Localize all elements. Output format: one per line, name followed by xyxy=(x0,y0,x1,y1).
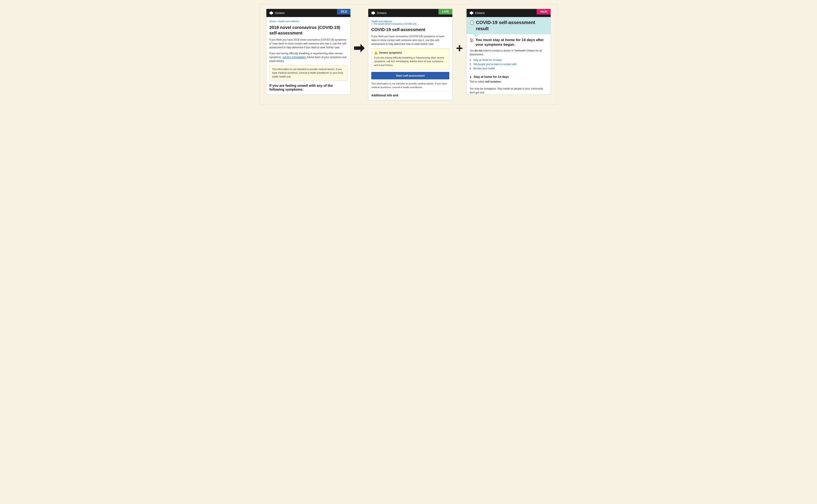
old-badge: OLD xyxy=(337,9,351,14)
next-panel: Ontario NeXt 📋 COVID-19 self-assessment … xyxy=(466,9,551,95)
old-breadcrumb: Home > Health and wellness xyxy=(269,20,347,23)
section1-body2: You may be contagious. Stay inside so pe… xyxy=(470,87,548,94)
list-item-link-2[interactable]: Tell people you've been in contact with xyxy=(473,63,517,66)
severe-symptoms-box: ! Severe symptoms If you are having diff… xyxy=(371,49,449,69)
warning-triangle-icon: ! xyxy=(374,51,378,55)
arrow-connector xyxy=(351,44,368,52)
additional-info-title: Additional info and xyxy=(371,91,449,97)
ontario-text-old: Ontario xyxy=(275,11,285,15)
section1-body1-post: . xyxy=(501,80,501,83)
section1-title: 1. Stay at home for 14 days xyxy=(470,75,548,79)
stay-home-heading: 🏠 You must stay at home for 14 days afte… xyxy=(470,38,548,47)
live-breadcrumb-sub: > The Novel 2019 Coronavirus (COVID-19) xyxy=(371,23,449,25)
live-page-title: COVID-19 self-assessment xyxy=(371,27,449,32)
old-panel-body: Home > Health and wellness 2019 novel co… xyxy=(266,17,350,94)
breadcrumb-home-link[interactable]: Home xyxy=(269,20,276,23)
old-intro1: If you think you have 2019 novel coronav… xyxy=(269,38,347,49)
section1-title-text: Stay at home for 14 days xyxy=(474,75,509,79)
next-steps-list: 1. Stay at home for 14 days 2. Tell peop… xyxy=(470,59,548,70)
ontario-text-next: Ontario xyxy=(475,11,485,15)
next-header-bar-wrapper: 📋 COVID-19 self-assessment result xyxy=(467,17,551,34)
old-panel-header: Ontario OLD xyxy=(266,9,350,17)
section1-body1-pre: This is called xyxy=(470,80,485,83)
plus-sign-icon: + xyxy=(456,42,463,54)
next-page-title: COVID-19 self-assessment result xyxy=(476,20,548,32)
old-panel: Ontario OLD Home > Health and wellness 2… xyxy=(266,9,351,95)
list-item-link-3[interactable]: Monitor your health xyxy=(473,67,495,70)
list-item-link-1[interactable]: Stay at home for 14 days xyxy=(473,59,501,61)
list-item: 1. Stay at home for 14 days xyxy=(470,59,548,61)
house-icon: 🏠 xyxy=(470,38,474,42)
live-breadcrumb-sub-link[interactable]: The Novel 2019 Coronavirus (COVID-19) xyxy=(374,23,416,25)
stay-home-body-pre: You xyxy=(470,49,475,52)
live-panel-body: Health and wellness > The Novel 2019 Cor… xyxy=(368,17,452,100)
old-yellow-box: This information is not intended to prov… xyxy=(269,65,347,81)
live-breadcrumb-section[interactable]: Health and wellness xyxy=(371,20,392,23)
trillium-icon-live xyxy=(371,11,376,15)
list-item-num: 2. xyxy=(470,63,472,66)
start-assessment-button[interactable]: Start self-assessment xyxy=(371,72,449,79)
stay-home-body-bold: do not xyxy=(474,49,482,52)
list-item-num: 3. xyxy=(470,67,472,70)
live-panel-header: Ontario LIVE xyxy=(368,9,452,17)
old-intro2-link[interactable]: call 911 immediately. xyxy=(282,56,306,59)
ontario-logo-old: Ontario xyxy=(269,11,285,15)
section1-num: 1. xyxy=(470,75,472,79)
old-section-title: If you are feeling unwell with any of th… xyxy=(269,84,347,91)
ontario-logo-live: Ontario xyxy=(371,11,387,15)
old-intro2: If you are having difficulty breathing o… xyxy=(269,51,347,63)
section-stay-home: 1. Stay at home for 14 days This is call… xyxy=(467,75,551,94)
stay-home-body: You do not need to contact a doctor or T… xyxy=(470,49,548,56)
live-panel: Ontario LIVE Health and wellness > The N… xyxy=(368,9,453,100)
next-badge: NeXt xyxy=(537,9,551,14)
severe-body: If you are having difficulty breathing o… xyxy=(374,56,447,67)
svg-text:!: ! xyxy=(376,52,376,54)
clipboard-icon: 📋 xyxy=(470,20,474,25)
breadcrumb-section-link[interactable]: Health and wellness xyxy=(278,20,299,23)
list-item: 3. Monitor your health xyxy=(470,67,548,70)
severe-title: Severe symptoms xyxy=(379,51,402,54)
stay-home-title: You must stay at home for 14 days after … xyxy=(476,38,548,47)
old-page-title: 2019 novel coronavirus (COVID-19) self-a… xyxy=(269,25,347,36)
trillium-icon-old xyxy=(269,11,274,15)
breadcrumb-separator: > xyxy=(276,20,278,23)
trillium-icon-next xyxy=(469,11,474,15)
live-breadcrumb: Health and wellness > The Novel 2019 Cor… xyxy=(371,20,449,25)
next-header-bar: 📋 COVID-19 self-assessment result xyxy=(467,17,551,34)
severe-box-header: ! Severe symptoms xyxy=(374,51,447,55)
section1-body1: This is called self-isolation. xyxy=(470,80,548,84)
ontario-logo-next: Ontario xyxy=(469,11,485,15)
ontario-text-live: Ontario xyxy=(377,11,387,15)
stay-home-section: 🏠 You must stay at home for 14 days afte… xyxy=(467,38,551,75)
next-panel-header: Ontario NeXt xyxy=(467,9,551,17)
main-wrapper: Ontario OLD Home > Health and wellness 2… xyxy=(260,4,557,105)
section1-body1-bold: self-isolation xyxy=(485,80,501,83)
live-badge: LIVE xyxy=(438,9,453,14)
list-item: 2. Tell people you've been in contact wi… xyxy=(470,63,548,66)
plus-connector: + xyxy=(453,42,466,54)
live-footer-text: This information is not intended to prov… xyxy=(371,82,449,89)
live-intro: If you think you have coronavirus (COVID… xyxy=(371,34,449,46)
list-item-num: 1. xyxy=(470,59,472,61)
arrow-right-icon xyxy=(354,44,365,52)
